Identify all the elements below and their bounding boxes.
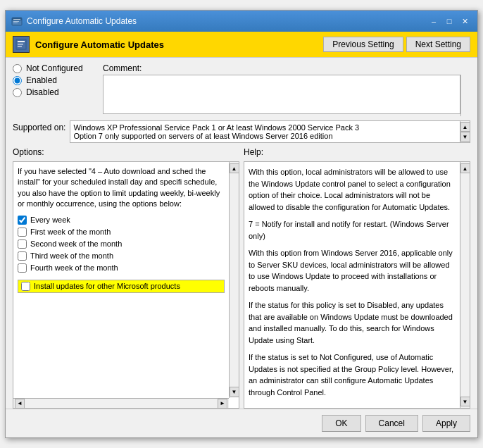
help-section-label: Help: [244,147,470,157]
comment-textarea[interactable] [103,75,460,114]
scroll-up-btn[interactable]: ▲ [460,122,470,132]
options-section-label: Options: [13,147,239,157]
second-week-label: Second week of the month [30,239,122,248]
not-configured-radio[interactable] [13,64,22,73]
help-para-5: If the status is set to Not Configured, … [249,351,456,398]
dialog-icon [11,15,23,27]
install-updates-row: Install updates for other Microsoft prod… [18,280,225,293]
dialog-title: Configure Automatic Updates [27,16,137,26]
supported-text: Windows XP Professional Service Pack 1 o… [73,123,359,140]
help-scroll-down[interactable]: ▼ [460,397,470,406]
options-column: If you have selected "4 – Auto download … [13,161,239,409]
disabled-label: Disabled [26,87,59,97]
checkbox-first-week: First week of the month [18,228,225,237]
top-area: Not Configured Enabled Disabled Comment: [6,58,477,119]
checkbox-fourth-week: Fourth week of the month [18,263,225,273]
options-description: If you have selected "4 – Auto download … [18,166,225,210]
svg-rect-2 [13,19,20,20]
first-week-checkbox[interactable] [18,228,27,237]
comment-scrollbar [460,75,470,116]
radio-enabled: Enabled [13,75,97,85]
header-title: Configure Automatic Updates [35,39,164,50]
svg-rect-4 [13,23,18,23]
help-scroll-up[interactable]: ▲ [460,163,470,173]
prev-setting-button[interactable]: Previous Setting [323,37,403,52]
third-week-checkbox[interactable] [18,251,27,261]
help-scrollbar: ▲ ▼ [460,162,470,408]
help-column: With this option, local administrators w… [244,161,470,409]
options-scroll-left[interactable]: ◄ [15,399,25,409]
help-text: With this option, local administrators w… [249,166,456,398]
checkbox-third-week: Third week of the month [18,251,225,261]
apply-button[interactable]: Apply [422,415,470,432]
checkbox-second-week: Second week of the month [18,239,225,249]
checkbox-every-week: Every week [18,216,225,225]
supported-scrollbar: ▲ ▼ [460,121,470,142]
title-bar-left: Configure Automatic Updates [11,15,137,27]
enabled-label: Enabled [26,75,57,85]
supported-label: Supported on: [13,120,65,132]
policy-icon [13,36,30,53]
nav-buttons: Previous Setting Next Setting [323,37,470,52]
options-inner: If you have selected "4 – Auto download … [13,162,239,408]
install-updates-checkbox[interactable] [21,282,30,291]
comment-label: Comment: [103,63,470,73]
cancel-button[interactable]: Cancel [365,415,418,432]
header-bar: Configure Automatic Updates Previous Set… [6,32,477,58]
next-setting-button[interactable]: Next Setting [406,37,470,52]
third-week-label: Third week of the month [30,251,113,260]
radio-not-configured: Not Configured [13,63,97,73]
highlighted-row-wrapper: Install updates for other Microsoft prod… [18,280,225,293]
help-para-1: With this option, local administrators w… [249,166,456,213]
footer: OK Cancel Apply [6,409,477,437]
fourth-week-checkbox[interactable] [18,263,27,273]
supported-row: Supported on: Windows XP Professional Se… [6,119,477,146]
options-scroll-right[interactable]: ► [218,399,227,409]
svg-rect-6 [18,41,25,42]
radio-group: Not Configured Enabled Disabled [13,63,97,116]
options-scroll-up[interactable]: ▲ [230,163,239,173]
scroll-down-btn[interactable]: ▼ [460,132,470,142]
second-week-checkbox[interactable] [18,239,27,249]
close-button[interactable]: ✕ [458,15,472,27]
not-configured-label: Not Configured [26,63,83,73]
maximize-button[interactable]: □ [442,15,456,27]
every-week-checkbox[interactable] [18,216,27,225]
options-scrollbar: ▲ ▼ [229,162,239,398]
ok-button[interactable]: OK [322,415,360,432]
disabled-radio[interactable] [13,88,22,97]
every-week-label: Every week [30,216,70,224]
configure-updates-dialog: Configure Automatic Updates – □ ✕ Config… [5,10,478,438]
help-inner: With this option, local administrators w… [244,162,470,408]
help-para-4: If the status for this policy is set to … [249,299,456,346]
enabled-radio[interactable] [13,76,22,85]
minimize-button[interactable]: – [427,15,441,27]
title-bar: Configure Automatic Updates – □ ✕ [6,11,477,32]
svg-rect-8 [18,46,22,47]
options-scroll-down[interactable]: ▼ [230,387,239,397]
supported-content: Windows XP Professional Service Pack 1 o… [70,120,470,143]
svg-rect-7 [18,44,23,45]
col-labels-row: Options: Help: [6,146,477,158]
options-hscroll: ◄ ► [13,398,229,408]
title-buttons: – □ ✕ [427,15,472,27]
two-col-area: If you have selected "4 – Auto download … [6,161,477,409]
comment-area: Comment: [103,63,470,116]
fourth-week-label: Fourth week of the month [30,263,118,272]
first-week-label: First week of the month [30,228,111,236]
radio-disabled: Disabled [13,87,97,97]
svg-rect-3 [13,21,19,22]
help-para-2: 7 = Notify for install and notify for re… [249,218,456,242]
install-updates-label: Install updates for other Microsoft prod… [34,282,180,290]
comment-wrapper [103,75,470,116]
help-para-3: With this option from Windows Server 201… [249,247,456,294]
